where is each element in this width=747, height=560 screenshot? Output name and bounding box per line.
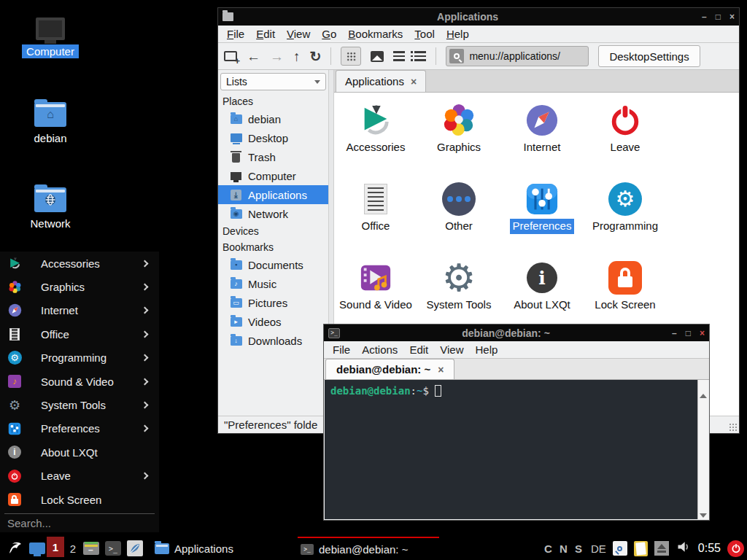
tab-applications[interactable]: Applications × (336, 70, 426, 92)
app-accessories[interactable]: Accessories (334, 101, 417, 180)
fm-menubar: File Edit View Go Bookmarks Tool Help (218, 26, 739, 43)
menu-item-about-lxqt[interactable]: i About LXQt (0, 440, 159, 464)
app-office[interactable]: Office (334, 180, 417, 259)
menu-go[interactable]: Go (316, 26, 342, 42)
keyboard-layout[interactable]: DE (591, 542, 606, 555)
eject-tray-icon[interactable] (654, 541, 669, 556)
menu-file[interactable]: File (221, 26, 250, 42)
resize-grip[interactable] (729, 423, 738, 432)
sidebar-item-pictures[interactable]: ▭ Pictures (218, 293, 328, 312)
launcher-terminal[interactable]: >_ (105, 537, 121, 560)
task-applications[interactable]: Applications (152, 537, 296, 560)
menu-help[interactable]: Help (469, 341, 503, 358)
desktop-icon-home[interactable]: ⌂ debian (14, 99, 87, 145)
tab-close-icon[interactable]: × (411, 77, 417, 87)
show-desktop-button[interactable] (29, 537, 45, 560)
menu-view[interactable]: View (434, 341, 469, 358)
menu-item-programming[interactable]: ⚙ Programming (0, 346, 159, 370)
menu-item-sound-video[interactable]: ♪ Sound & Video (0, 370, 159, 393)
close-button[interactable]: × (729, 12, 735, 21)
window-title: debian@debian: ~ (340, 327, 672, 339)
terminal-tab[interactable]: debian@debian: ~ × (325, 359, 454, 379)
preferences-icon (525, 182, 560, 217)
sidebar-item-downloads[interactable]: ↓ Downloads (218, 331, 328, 350)
menu-item-preferences[interactable]: Preferences (0, 417, 159, 440)
sidebar-item-videos[interactable]: ▸ Videos (218, 312, 328, 331)
app-other[interactable]: Other (417, 180, 500, 259)
menu-item-leave[interactable]: Leave (0, 464, 159, 488)
terminal-icon: >_ (301, 544, 314, 555)
forward-icon[interactable]: → (270, 50, 284, 63)
desktop-icon-computer[interactable]: Computer (14, 18, 87, 58)
maximize-button[interactable]: □ (716, 12, 721, 21)
minimize-button[interactable]: – (702, 12, 707, 21)
app-preferences[interactable]: Preferences (500, 180, 584, 259)
power-button[interactable] (727, 540, 744, 557)
menu-view[interactable]: View (281, 26, 316, 42)
sidebar-item-music[interactable]: ♪ Music (218, 274, 328, 293)
sidebar-item-applications[interactable]: ⤓ Applications (218, 185, 328, 204)
menu-bookmarks[interactable]: Bookmarks (342, 26, 409, 42)
menu-help[interactable]: Help (441, 26, 475, 42)
status-text: "Preferences" folde (224, 419, 317, 431)
sidebar-item-desktop[interactable]: Desktop (218, 128, 328, 147)
fm-titlebar[interactable]: Applications – □ × (218, 8, 739, 26)
pictures-folder-icon: ▭ (230, 297, 242, 309)
minimize-button[interactable]: – (672, 329, 677, 338)
maximize-button[interactable]: □ (686, 329, 691, 338)
bookmarks-header: Bookmarks (218, 239, 328, 255)
launcher-archive[interactable] (83, 537, 99, 560)
thumbnail-view-icon[interactable] (371, 51, 384, 62)
app-graphics[interactable]: Graphics (417, 101, 500, 180)
menu-item-internet[interactable]: Internet (0, 299, 159, 322)
menu-edit[interactable]: Edit (403, 341, 434, 358)
sidebar-item-computer[interactable]: Computer (218, 166, 328, 185)
scroll-down-icon[interactable] (700, 513, 707, 518)
screenshot-tray-icon[interactable] (613, 541, 627, 556)
terminal-scrollbar[interactable] (697, 380, 708, 519)
menu-file[interactable]: File (327, 341, 356, 358)
tab-close-icon[interactable]: × (438, 365, 444, 375)
volume-icon[interactable] (676, 540, 692, 557)
refresh-icon[interactable]: ↻ (310, 50, 322, 63)
workspace-2-button[interactable]: 2 (67, 537, 79, 560)
close-button[interactable]: × (700, 329, 705, 338)
sidebar-mode-select[interactable]: Lists (220, 73, 326, 90)
detailed-list-icon[interactable] (414, 51, 426, 61)
desktop-icon-network[interactable]: Network (14, 184, 87, 230)
launcher-featherpad[interactable] (127, 537, 143, 560)
back-icon[interactable]: ← (247, 50, 260, 63)
start-menu-button[interactable] (6, 537, 25, 560)
desktop-settings-button[interactable]: DesktopSettings (598, 45, 700, 67)
sidebar-item-documents[interactable]: ▪ Documents (218, 255, 328, 274)
new-tab-icon[interactable] (224, 51, 237, 61)
menu-search-input[interactable]: Search... (0, 514, 159, 532)
menu-item-accessories[interactable]: Accessories (0, 252, 159, 275)
menu-item-system-tools[interactable]: ⚙ System Tools (0, 393, 159, 416)
sidebar-item-debian[interactable]: ⌂ debian (218, 109, 328, 128)
app-programming[interactable]: ⚙ Programming (584, 180, 667, 259)
app-leave[interactable]: Leave (584, 101, 667, 180)
menu-edit[interactable]: Edit (250, 26, 281, 42)
terminal-view[interactable]: debian@debian:~$ (325, 380, 708, 519)
address-bar[interactable]: menu://applications/ (446, 46, 589, 66)
menu-item-office[interactable]: Office (0, 322, 159, 346)
app-internet[interactable]: Internet (500, 101, 584, 180)
clipboard-tray-icon[interactable] (634, 541, 648, 556)
sidebar-item-trash[interactable]: Trash (218, 147, 328, 166)
menu-item-lock-screen[interactable]: Lock Screen (0, 488, 159, 511)
sidebar-item-network[interactable]: ◉ Network (218, 204, 328, 223)
scroll-up-icon[interactable] (700, 381, 707, 398)
graphics-icon (7, 280, 22, 295)
clock[interactable]: 0:55 (698, 542, 721, 555)
up-icon[interactable]: ↑ (293, 50, 301, 63)
workspace-1-button[interactable]: 1 (47, 537, 64, 557)
compact-view-icon[interactable] (393, 51, 405, 61)
terminal-titlebar[interactable]: >_ debian@debian: ~ – □ × (324, 324, 709, 341)
menu-item-graphics[interactable]: Graphics (0, 275, 159, 298)
menu-tool[interactable]: Tool (409, 26, 441, 42)
internet-icon (525, 103, 560, 138)
menu-actions[interactable]: Actions (356, 341, 403, 358)
task-terminal[interactable]: >_ debian@debian: ~ (298, 537, 439, 560)
icon-view-button[interactable] (341, 47, 361, 66)
